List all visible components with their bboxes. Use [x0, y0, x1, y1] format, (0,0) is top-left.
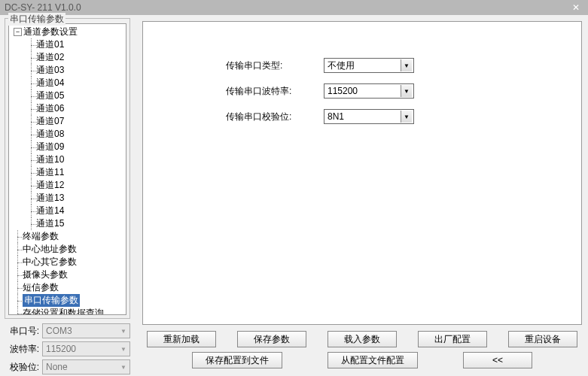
collapse-icon[interactable]: −: [14, 28, 22, 36]
port-label: 串口号:: [5, 325, 42, 338]
close-icon[interactable]: ✕: [564, 0, 588, 15]
parity-select: None ▼: [42, 359, 130, 374]
reboot-button[interactable]: 重启设备: [508, 331, 577, 347]
save-to-file-button[interactable]: 保存配置到文件: [192, 352, 282, 368]
tree-channel-item[interactable]: 通道07: [9, 115, 126, 128]
window-title: DC-SY- 211 V1.0.0: [5, 2, 81, 13]
tree-channel-item[interactable]: 通道03: [9, 64, 126, 77]
tree-channel-item[interactable]: 通道05: [9, 89, 126, 102]
chevron-down-icon: ▼: [120, 328, 126, 335]
tree-item[interactable]: 中心其它参数: [9, 256, 126, 268]
port-select: COM3 ▼: [42, 323, 130, 338]
tree-item[interactable]: 串口传输参数: [9, 294, 126, 307]
action-row-1: 重新加载 保存参数 载入参数 出厂配置 重启设备: [142, 325, 582, 349]
tree-item[interactable]: 终端参数: [9, 230, 126, 243]
chevron-down-icon[interactable]: ▼: [401, 85, 412, 97]
back-button[interactable]: <<: [463, 352, 532, 368]
port-form: 串口号: COM3 ▼ 波特率: 115200 ▼ 校验位: None ▼: [5, 323, 130, 376]
param-label: 传输串口波特率:: [226, 85, 324, 98]
chevron-down-icon: ▼: [120, 346, 126, 353]
tree-channel-item[interactable]: 通道15: [9, 217, 126, 230]
baud-label: 波特率:: [5, 343, 42, 356]
tree-channel-item[interactable]: 通道04: [9, 77, 126, 89]
param-row-parity: 传输串口校验位: 8N1 ▼: [226, 109, 414, 124]
tree-channel-item[interactable]: 通道08: [9, 128, 126, 141]
tree-item[interactable]: 存储设置和数据查询: [9, 307, 126, 315]
from-file-button[interactable]: 从配置文件配置: [328, 352, 418, 368]
tree-item[interactable]: 短信参数: [9, 281, 126, 294]
baud-combo[interactable]: 115200 ▼: [324, 83, 414, 99]
tree-item[interactable]: 摄像头参数: [9, 268, 126, 281]
chevron-down-icon[interactable]: ▼: [401, 59, 412, 71]
param-label: 传输串口校验位:: [226, 111, 324, 123]
action-row-2: 保存配置到文件 从配置文件配置 <<: [142, 349, 582, 370]
serial-params-fieldset: 串口传输参数 − 通道参数设置 通道01通道02通道03通道04通道05通道06…: [5, 18, 130, 319]
param-row-baud: 传输串口波特率: 115200 ▼: [226, 83, 414, 99]
tree-view[interactable]: − 通道参数设置 通道01通道02通道03通道04通道05通道06通道07通道0…: [8, 23, 126, 315]
baud-select: 115200 ▼: [42, 341, 130, 356]
main-panel: 传输串口类型: 不使用 ▼ 传输串口波特率: 115200 ▼ 传输串口校验位:…: [142, 21, 582, 325]
save-params-button[interactable]: 保存参数: [237, 331, 306, 347]
tree-channel-item[interactable]: 通道11: [9, 166, 126, 179]
tree-channel-item[interactable]: 通道13: [9, 192, 126, 205]
load-params-button[interactable]: 载入参数: [328, 331, 397, 347]
reload-button[interactable]: 重新加载: [147, 331, 216, 347]
tree-item[interactable]: 中心地址参数: [9, 243, 126, 256]
sidebar: 串口传输参数 − 通道参数设置 通道01通道02通道03通道04通道05通道06…: [0, 15, 133, 376]
param-label: 传输串口类型:: [226, 59, 324, 72]
tree-root[interactable]: − 通道参数设置: [9, 26, 126, 38]
param-row-type: 传输串口类型: 不使用 ▼: [226, 58, 414, 73]
parity-label: 校验位:: [5, 361, 42, 374]
factory-button[interactable]: 出厂配置: [418, 331, 487, 347]
parity-combo[interactable]: 8N1 ▼: [324, 109, 414, 124]
tree-channel-item[interactable]: 通道09: [9, 141, 126, 153]
tree-channel-item[interactable]: 通道14: [9, 205, 126, 217]
tree-channel-item[interactable]: 通道02: [9, 51, 126, 64]
tree-channel-item[interactable]: 通道06: [9, 102, 126, 115]
chevron-down-icon: ▼: [120, 364, 126, 371]
type-combo[interactable]: 不使用 ▼: [324, 58, 414, 73]
chevron-down-icon[interactable]: ▼: [401, 111, 412, 123]
titlebar: DC-SY- 211 V1.0.0 ✕: [0, 0, 588, 15]
tree-channel-item[interactable]: 通道12: [9, 179, 126, 192]
tree-channel-item[interactable]: 通道10: [9, 153, 126, 166]
tree-channel-item[interactable]: 通道01: [9, 38, 126, 51]
main-area: 传输串口类型: 不使用 ▼ 传输串口波特率: 115200 ▼ 传输串口校验位:…: [133, 15, 588, 376]
fieldset-label: 串口传输参数: [8, 13, 66, 26]
